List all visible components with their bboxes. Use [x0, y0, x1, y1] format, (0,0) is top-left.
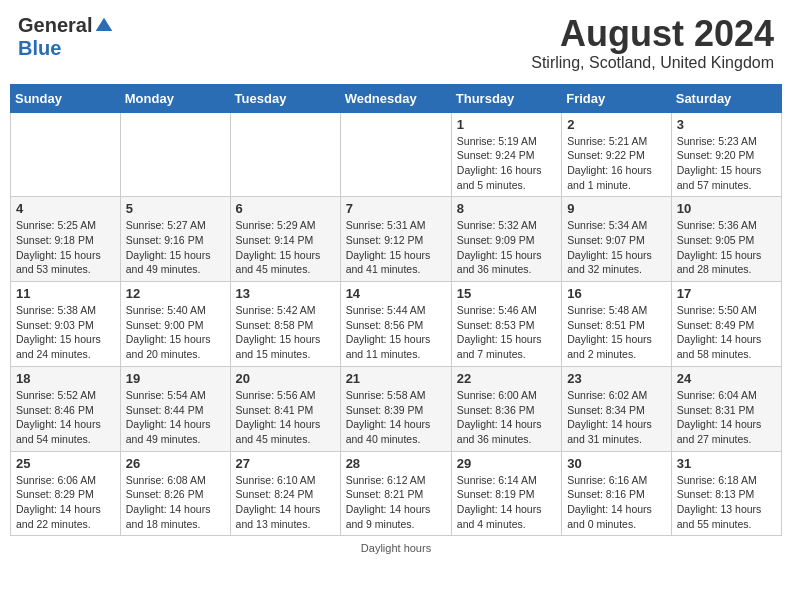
calendar-cell: 6Sunrise: 5:29 AM Sunset: 9:14 PM Daylig… — [230, 197, 340, 282]
day-info: Sunrise: 6:14 AM Sunset: 8:19 PM Dayligh… — [457, 473, 556, 532]
day-number: 30 — [567, 456, 666, 471]
title-area: August 2024 Stirling, Scotland, United K… — [531, 14, 774, 72]
day-info: Sunrise: 5:36 AM Sunset: 9:05 PM Dayligh… — [677, 218, 776, 277]
day-number: 11 — [16, 286, 115, 301]
calendar-cell: 19Sunrise: 5:54 AM Sunset: 8:44 PM Dayli… — [120, 366, 230, 451]
weekday-header: Tuesday — [230, 84, 340, 112]
weekday-header: Saturday — [671, 84, 781, 112]
weekday-header: Wednesday — [340, 84, 451, 112]
calendar-cell: 26Sunrise: 6:08 AM Sunset: 8:26 PM Dayli… — [120, 451, 230, 536]
day-info: Sunrise: 5:56 AM Sunset: 8:41 PM Dayligh… — [236, 388, 335, 447]
day-number: 6 — [236, 201, 335, 216]
calendar-week-row: 25Sunrise: 6:06 AM Sunset: 8:29 PM Dayli… — [11, 451, 782, 536]
logo-icon — [94, 16, 114, 36]
day-number: 17 — [677, 286, 776, 301]
day-number: 23 — [567, 371, 666, 386]
day-number: 28 — [346, 456, 446, 471]
calendar-cell: 15Sunrise: 5:46 AM Sunset: 8:53 PM Dayli… — [451, 282, 561, 367]
day-info: Sunrise: 6:10 AM Sunset: 8:24 PM Dayligh… — [236, 473, 335, 532]
calendar-cell — [11, 112, 121, 197]
location-title: Stirling, Scotland, United Kingdom — [531, 54, 774, 72]
day-info: Sunrise: 5:25 AM Sunset: 9:18 PM Dayligh… — [16, 218, 115, 277]
calendar-cell: 30Sunrise: 6:16 AM Sunset: 8:16 PM Dayli… — [562, 451, 672, 536]
calendar-cell: 16Sunrise: 5:48 AM Sunset: 8:51 PM Dayli… — [562, 282, 672, 367]
calendar-cell: 9Sunrise: 5:34 AM Sunset: 9:07 PM Daylig… — [562, 197, 672, 282]
calendar-cell: 4Sunrise: 5:25 AM Sunset: 9:18 PM Daylig… — [11, 197, 121, 282]
daylight-label: Daylight hours — [361, 542, 431, 554]
day-number: 19 — [126, 371, 225, 386]
day-info: Sunrise: 5:46 AM Sunset: 8:53 PM Dayligh… — [457, 303, 556, 362]
weekday-header: Friday — [562, 84, 672, 112]
day-number: 20 — [236, 371, 335, 386]
day-info: Sunrise: 5:44 AM Sunset: 8:56 PM Dayligh… — [346, 303, 446, 362]
day-number: 13 — [236, 286, 335, 301]
day-number: 22 — [457, 371, 556, 386]
day-number: 18 — [16, 371, 115, 386]
weekday-header: Sunday — [11, 84, 121, 112]
day-number: 3 — [677, 117, 776, 132]
calendar-cell — [340, 112, 451, 197]
calendar-cell: 5Sunrise: 5:27 AM Sunset: 9:16 PM Daylig… — [120, 197, 230, 282]
svg-marker-0 — [96, 17, 113, 30]
day-number: 29 — [457, 456, 556, 471]
weekday-header: Monday — [120, 84, 230, 112]
footer-note: Daylight hours — [10, 542, 782, 554]
day-info: Sunrise: 5:23 AM Sunset: 9:20 PM Dayligh… — [677, 134, 776, 193]
day-info: Sunrise: 5:42 AM Sunset: 8:58 PM Dayligh… — [236, 303, 335, 362]
day-number: 1 — [457, 117, 556, 132]
day-number: 25 — [16, 456, 115, 471]
logo: General Blue — [18, 14, 114, 60]
logo-text: General — [18, 14, 114, 37]
calendar-cell: 29Sunrise: 6:14 AM Sunset: 8:19 PM Dayli… — [451, 451, 561, 536]
day-number: 9 — [567, 201, 666, 216]
calendar-cell: 21Sunrise: 5:58 AM Sunset: 8:39 PM Dayli… — [340, 366, 451, 451]
day-number: 15 — [457, 286, 556, 301]
logo-general: General — [18, 14, 92, 37]
day-info: Sunrise: 5:29 AM Sunset: 9:14 PM Dayligh… — [236, 218, 335, 277]
day-info: Sunrise: 5:50 AM Sunset: 8:49 PM Dayligh… — [677, 303, 776, 362]
day-number: 24 — [677, 371, 776, 386]
day-info: Sunrise: 6:06 AM Sunset: 8:29 PM Dayligh… — [16, 473, 115, 532]
calendar-cell: 24Sunrise: 6:04 AM Sunset: 8:31 PM Dayli… — [671, 366, 781, 451]
calendar-week-row: 4Sunrise: 5:25 AM Sunset: 9:18 PM Daylig… — [11, 197, 782, 282]
calendar-week-row: 1Sunrise: 5:19 AM Sunset: 9:24 PM Daylig… — [11, 112, 782, 197]
calendar-cell: 3Sunrise: 5:23 AM Sunset: 9:20 PM Daylig… — [671, 112, 781, 197]
calendar-cell: 20Sunrise: 5:56 AM Sunset: 8:41 PM Dayli… — [230, 366, 340, 451]
day-number: 14 — [346, 286, 446, 301]
calendar-cell: 8Sunrise: 5:32 AM Sunset: 9:09 PM Daylig… — [451, 197, 561, 282]
day-number: 4 — [16, 201, 115, 216]
day-info: Sunrise: 5:38 AM Sunset: 9:03 PM Dayligh… — [16, 303, 115, 362]
calendar-cell: 11Sunrise: 5:38 AM Sunset: 9:03 PM Dayli… — [11, 282, 121, 367]
day-info: Sunrise: 5:21 AM Sunset: 9:22 PM Dayligh… — [567, 134, 666, 193]
day-info: Sunrise: 5:32 AM Sunset: 9:09 PM Dayligh… — [457, 218, 556, 277]
day-number: 21 — [346, 371, 446, 386]
day-info: Sunrise: 5:40 AM Sunset: 9:00 PM Dayligh… — [126, 303, 225, 362]
calendar-cell — [230, 112, 340, 197]
calendar-cell: 25Sunrise: 6:06 AM Sunset: 8:29 PM Dayli… — [11, 451, 121, 536]
day-info: Sunrise: 6:04 AM Sunset: 8:31 PM Dayligh… — [677, 388, 776, 447]
day-info: Sunrise: 5:27 AM Sunset: 9:16 PM Dayligh… — [126, 218, 225, 277]
calendar-cell: 14Sunrise: 5:44 AM Sunset: 8:56 PM Dayli… — [340, 282, 451, 367]
header: General Blue August 2024 Stirling, Scotl… — [10, 10, 782, 76]
calendar-cell — [120, 112, 230, 197]
calendar-week-row: 11Sunrise: 5:38 AM Sunset: 9:03 PM Dayli… — [11, 282, 782, 367]
day-number: 27 — [236, 456, 335, 471]
day-number: 8 — [457, 201, 556, 216]
calendar-cell: 17Sunrise: 5:50 AM Sunset: 8:49 PM Dayli… — [671, 282, 781, 367]
day-info: Sunrise: 5:58 AM Sunset: 8:39 PM Dayligh… — [346, 388, 446, 447]
day-number: 26 — [126, 456, 225, 471]
calendar-table: SundayMondayTuesdayWednesdayThursdayFrid… — [10, 84, 782, 537]
weekday-header: Thursday — [451, 84, 561, 112]
day-number: 7 — [346, 201, 446, 216]
calendar-cell: 31Sunrise: 6:18 AM Sunset: 8:13 PM Dayli… — [671, 451, 781, 536]
calendar-cell: 12Sunrise: 5:40 AM Sunset: 9:00 PM Dayli… — [120, 282, 230, 367]
day-info: Sunrise: 5:48 AM Sunset: 8:51 PM Dayligh… — [567, 303, 666, 362]
calendar-cell: 7Sunrise: 5:31 AM Sunset: 9:12 PM Daylig… — [340, 197, 451, 282]
day-number: 12 — [126, 286, 225, 301]
calendar-cell: 2Sunrise: 5:21 AM Sunset: 9:22 PM Daylig… — [562, 112, 672, 197]
calendar-cell: 10Sunrise: 5:36 AM Sunset: 9:05 PM Dayli… — [671, 197, 781, 282]
day-number: 31 — [677, 456, 776, 471]
month-title: August 2024 — [531, 14, 774, 54]
day-info: Sunrise: 5:31 AM Sunset: 9:12 PM Dayligh… — [346, 218, 446, 277]
day-info: Sunrise: 5:34 AM Sunset: 9:07 PM Dayligh… — [567, 218, 666, 277]
